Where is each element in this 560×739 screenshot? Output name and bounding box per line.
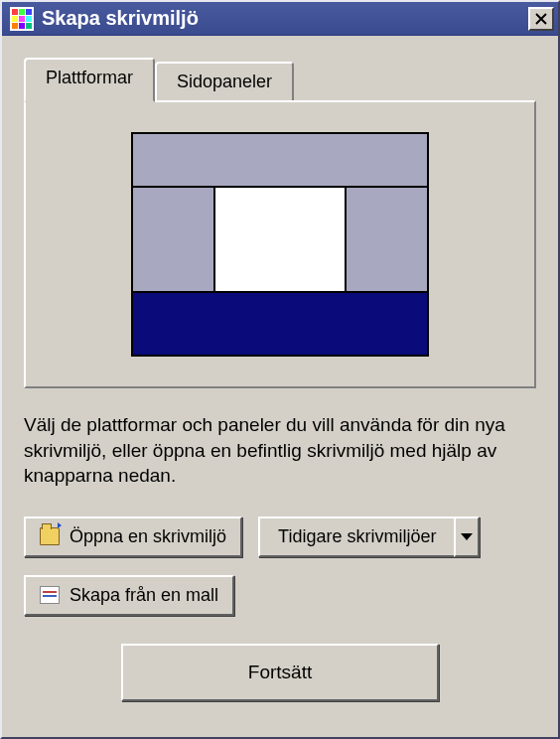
folder-open-icon [40,527,60,545]
layout-region-left[interactable] [133,188,215,291]
dialog-content: Plattformar Sidopaneler Välj de plattfor… [2,36,558,737]
layout-region-middle [133,188,427,291]
create-from-template-button[interactable]: Skapa från en mall [24,575,234,616]
open-environment-button[interactable]: Öppna en skrivmiljö [24,517,242,557]
tab-sidepanels[interactable]: Sidopaneler [155,62,294,100]
close-icon [535,13,547,25]
titlebar: Skapa skrivmiljö [2,2,558,36]
button-row-1: Öppna en skrivmiljö Tidigare skrivmiljöe… [24,517,536,557]
dialog-window: Skapa skrivmiljö Plattformar Sidopaneler [0,0,560,739]
tab-label: Plattformar [46,68,133,87]
close-button[interactable] [528,7,554,31]
layout-region-center[interactable] [215,188,345,291]
previous-environments-dropdown: Tidigare skrivmiljöer [258,517,480,557]
layout-region-right[interactable] [345,188,427,291]
layout-preview[interactable] [131,132,429,357]
continue-button[interactable]: Fortsätt [121,644,439,701]
layout-region-top[interactable] [133,134,427,188]
continue-row: Fortsätt [24,644,536,701]
app-icon [10,7,34,31]
button-label: Fortsätt [248,662,312,683]
template-icon [40,586,60,604]
tab-panel-platforms [24,100,536,388]
layout-region-bottom[interactable] [133,291,427,355]
button-label: Öppna en skrivmiljö [70,526,226,547]
previous-environments-button[interactable]: Tidigare skrivmiljöer [258,517,456,557]
tab-platforms[interactable]: Plattformar [24,58,155,102]
button-label: Tidigare skrivmiljöer [278,526,436,547]
dropdown-arrow-button[interactable] [454,517,480,557]
button-label: Skapa från en mall [70,585,218,606]
button-row-2: Skapa från en mall [24,575,536,616]
description-text: Välj de plattformar och paneler du vill … [24,412,536,489]
window-title: Skapa skrivmiljö [42,7,528,30]
tab-label: Sidopaneler [177,72,272,91]
tabs: Plattformar Sidopaneler [24,58,536,100]
